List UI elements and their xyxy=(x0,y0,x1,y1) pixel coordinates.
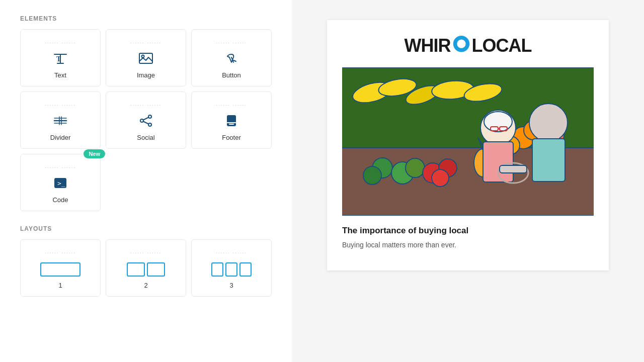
svg-point-24 xyxy=(457,40,465,48)
social-label: Social xyxy=(137,134,154,141)
svg-text:T: T xyxy=(56,55,61,63)
right-panel: WHIR LOCAL xyxy=(292,0,644,362)
svg-point-13 xyxy=(140,119,143,122)
layout-label-3: 3 xyxy=(229,282,233,289)
card-dots-footer xyxy=(198,101,265,107)
text-icon: T xyxy=(52,50,68,66)
logo: WHIR LOCAL xyxy=(405,35,532,56)
button-icon xyxy=(223,50,239,66)
card-dots-code xyxy=(27,163,94,169)
preview-content: WHIR LOCAL xyxy=(327,20,609,270)
layout-label-2: 2 xyxy=(144,282,147,289)
code-icon: >_ xyxy=(52,175,68,191)
svg-rect-4 xyxy=(139,53,152,63)
svg-point-14 xyxy=(148,123,151,126)
layout-visual-1 xyxy=(40,262,80,277)
code-label: Code xyxy=(52,196,68,204)
card-dots-text xyxy=(27,39,94,44)
card-dots-image xyxy=(112,39,180,44)
card-dots-layout2 xyxy=(112,249,180,254)
layout-visual-3 xyxy=(211,262,252,277)
element-card-code[interactable]: New >_ Code xyxy=(20,154,101,211)
svg-line-15 xyxy=(143,118,148,120)
element-card-footer[interactable]: Footer xyxy=(191,92,272,149)
elements-section-title: ELEMENTS xyxy=(20,15,272,22)
elements-grid: T Text Image xyxy=(20,29,272,211)
layout-col-double-2 xyxy=(147,262,165,277)
element-card-divider[interactable]: Divider xyxy=(20,92,101,149)
svg-point-44 xyxy=(432,169,449,187)
svg-point-50 xyxy=(529,104,568,142)
svg-text:>_: >_ xyxy=(57,179,65,187)
layout-card-1[interactable]: 1 xyxy=(20,239,101,297)
logo-left: WHIR xyxy=(405,35,451,56)
logo-right: LOCAL xyxy=(472,35,532,56)
card-dots-layout3 xyxy=(198,249,265,254)
card-dots-divider xyxy=(27,101,94,107)
layouts-grid: 1 2 3 xyxy=(20,239,272,297)
left-panel: ELEMENTS T Text xyxy=(0,0,292,362)
svg-point-5 xyxy=(142,55,144,58)
element-card-image[interactable]: Image xyxy=(106,29,186,86)
card-dots-button xyxy=(198,39,265,44)
layout-col-triple-3 xyxy=(239,262,252,277)
layout-card-2[interactable]: 2 xyxy=(106,239,186,297)
divider-label: Divider xyxy=(50,134,70,141)
element-card-social[interactable]: Social xyxy=(106,92,186,149)
image-icon xyxy=(138,50,154,66)
layout-col-triple-2 xyxy=(225,262,237,277)
layouts-section-title: LAYOUTS xyxy=(20,225,272,232)
layout-col-single xyxy=(40,262,80,277)
svg-line-16 xyxy=(143,122,148,124)
layout-card-3[interactable]: 3 xyxy=(191,239,272,297)
social-icon xyxy=(138,113,154,129)
svg-point-12 xyxy=(148,115,151,118)
footer-label: Footer xyxy=(222,134,241,141)
svg-rect-19 xyxy=(229,124,234,125)
layout-col-double-1 xyxy=(127,262,145,277)
svg-point-40 xyxy=(363,166,381,185)
element-card-button[interactable]: Button xyxy=(191,29,272,86)
element-card-text[interactable]: T Text xyxy=(20,29,101,86)
card-dots-layout1 xyxy=(27,249,94,254)
text-label: Text xyxy=(54,71,66,79)
fruit-market-svg xyxy=(342,67,594,216)
new-badge: New xyxy=(84,149,105,158)
svg-point-41 xyxy=(406,158,425,177)
svg-rect-56 xyxy=(500,165,527,173)
preview-subtext: Buying local matters more than ever. xyxy=(342,240,594,250)
button-label: Button xyxy=(222,71,241,79)
logo-pin-icon xyxy=(452,35,471,56)
preview-logo: WHIR LOCAL xyxy=(342,35,594,56)
preview-image xyxy=(342,67,594,216)
layout-visual-2 xyxy=(127,262,165,277)
card-dots-social xyxy=(112,101,180,107)
preview-heading: The importance of buying local xyxy=(342,226,594,236)
footer-icon xyxy=(223,113,239,129)
layout-label-1: 1 xyxy=(58,282,62,289)
layout-col-triple-1 xyxy=(211,262,223,277)
svg-rect-51 xyxy=(532,139,565,182)
image-label: Image xyxy=(137,71,155,79)
divider-icon xyxy=(52,113,68,129)
